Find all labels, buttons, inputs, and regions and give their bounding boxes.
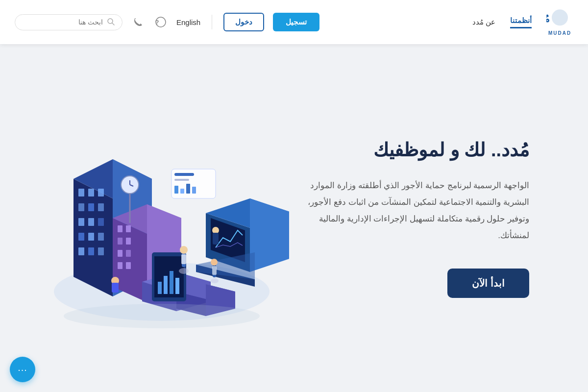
- svg-rect-17: [88, 218, 94, 226]
- svg-rect-72: [180, 189, 184, 194]
- svg-rect-19: [78, 233, 84, 241]
- svg-rect-16: [78, 218, 84, 226]
- search-box[interactable]: [15, 14, 122, 30]
- hero-content: مُدد.. لك و لموظفيك الواجهة الرسمية لبرن…: [294, 138, 529, 297]
- start-button[interactable]: ابدأ الآن: [447, 269, 529, 298]
- svg-point-75: [212, 227, 219, 234]
- svg-rect-57: [181, 254, 186, 264]
- svg-rect-12: [98, 189, 104, 196]
- svg-rect-71: [174, 186, 178, 194]
- svg-rect-13: [78, 203, 84, 211]
- hero-illustration: [29, 91, 294, 345]
- svg-rect-10: [78, 189, 84, 196]
- chat-widget-button[interactable]: ···: [10, 357, 35, 382]
- svg-point-60: [211, 259, 218, 266]
- svg-point-54: [179, 268, 189, 274]
- svg-rect-74: [192, 187, 196, 194]
- svg-text:مُدد: مُدد: [546, 13, 550, 24]
- svg-rect-73: [186, 184, 190, 194]
- svg-rect-14: [88, 203, 94, 211]
- svg-rect-69: [174, 173, 194, 176]
- svg-rect-28: [118, 225, 122, 232]
- hero-title: مُدد.. لك و لموظفيك: [294, 138, 529, 162]
- svg-rect-29: [126, 225, 131, 232]
- svg-rect-21: [98, 233, 104, 241]
- nav-link-about[interactable]: عن مُدد: [472, 18, 495, 26]
- svg-point-77: [64, 304, 260, 328]
- svg-rect-76: [213, 233, 219, 245]
- svg-rect-11: [88, 189, 94, 196]
- svg-rect-30: [118, 238, 122, 245]
- svg-rect-53: [175, 278, 179, 294]
- svg-rect-63: [112, 283, 119, 293]
- svg-rect-20: [88, 233, 94, 241]
- login-button[interactable]: دخول: [223, 13, 264, 31]
- nav-link-our-systems[interactable]: أنظمتنا: [510, 16, 532, 28]
- search-icon: [107, 18, 115, 27]
- svg-line-5: [112, 23, 114, 25]
- svg-rect-24: [98, 247, 104, 255]
- svg-rect-15: [98, 203, 104, 211]
- svg-rect-52: [170, 271, 173, 294]
- svg-rect-70: [174, 179, 189, 181]
- hero-description: الواجهة الرسمية لبرنامج حماية الأجور الذ…: [294, 177, 529, 244]
- svg-point-56: [180, 246, 188, 254]
- nav-right: مُدد MUDAD أنظمتنا عن مُدد: [472, 8, 573, 36]
- svg-rect-31: [126, 238, 131, 245]
- hero-section: مُدد.. لك و لموظفيك الواجهة الرسمية لبرن…: [0, 44, 588, 392]
- nav-left: تسجيل دخول English ?: [15, 13, 319, 31]
- illustration-svg: [34, 91, 289, 345]
- logo-svg: مُدد: [546, 8, 573, 30]
- logo-text: MUDAD: [548, 30, 571, 36]
- svg-rect-61: [212, 266, 217, 275]
- navbar: مُدد MUDAD أنظمتنا عن مُدد تسجيل دخول En…: [0, 0, 588, 44]
- nav-divider: [212, 15, 212, 29]
- search-input[interactable]: [23, 18, 103, 26]
- svg-rect-51: [164, 276, 168, 294]
- svg-rect-50: [158, 282, 162, 294]
- register-button[interactable]: تسجيل: [273, 13, 319, 31]
- chat-dots-icon: ···: [18, 364, 27, 375]
- svg-marker-44: [250, 198, 289, 272]
- phone-icon[interactable]: [131, 15, 145, 29]
- help-icon[interactable]: ?: [154, 15, 168, 29]
- svg-rect-22: [78, 247, 84, 255]
- logo[interactable]: مُدد MUDAD: [546, 8, 573, 36]
- svg-rect-33: [126, 250, 131, 257]
- language-switch[interactable]: English: [176, 18, 200, 26]
- svg-point-58: [211, 278, 219, 283]
- svg-rect-35: [126, 262, 131, 269]
- svg-text:?: ?: [155, 19, 159, 26]
- svg-rect-32: [118, 250, 122, 257]
- svg-rect-18: [98, 218, 104, 226]
- svg-rect-23: [88, 247, 94, 255]
- svg-point-0: [552, 9, 568, 25]
- nav-links: أنظمتنا عن مُدد: [472, 16, 532, 28]
- svg-rect-34: [118, 262, 122, 269]
